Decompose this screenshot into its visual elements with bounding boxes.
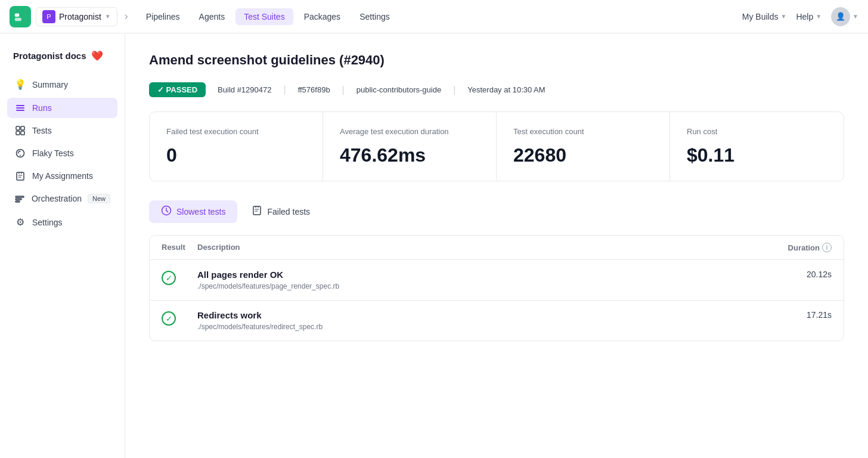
org-dropdown-icon: ▼ (105, 13, 111, 20)
sidebar: Protagonist docs ❤️ 💡 Summary Runs (0, 33, 125, 458)
pass-icon-1: ✓ (162, 311, 176, 326)
header-description: Description (197, 243, 760, 252)
stat-value-1: 476.62ms (340, 144, 479, 166)
svg-rect-1 (15, 17, 21, 21)
svg-rect-12 (16, 196, 24, 197)
project-name: Protagonist docs (13, 51, 86, 61)
divider-3: | (453, 85, 455, 95)
divider-1: | (283, 85, 286, 95)
org-icon: P (42, 10, 55, 23)
my-builds-caret: ▼ (780, 13, 786, 20)
nav-pipelines[interactable]: Pipelines (138, 8, 188, 25)
stat-value-3: $0.11 (687, 144, 827, 166)
tab-failed-tests[interactable]: Failed tests (240, 200, 322, 223)
sidebar-item-settings[interactable]: ⚙ Settings (7, 211, 117, 233)
svg-point-10 (20, 155, 21, 156)
tab-failed-label: Failed tests (267, 207, 310, 216)
row-path-0: ./spec/models/features/page_render_spec.… (197, 282, 760, 290)
flaky-tests-icon (14, 148, 26, 158)
row-path-1: ./spec/models/features/redirect_spec.rb (197, 323, 760, 331)
main-content: Amend screenshot guidelines (#2940) ✓ PA… (125, 33, 868, 458)
svg-rect-11 (17, 172, 24, 180)
page-title: Amend screenshot guidelines (#2940) (149, 52, 844, 68)
summary-icon: 💡 (14, 79, 26, 90)
stat-label-0: Failed test execution count (166, 126, 306, 137)
sidebar-label-summary: Summary (32, 80, 68, 89)
row-duration-0: 20.12s (760, 270, 832, 279)
stat-value-0: 0 (166, 144, 306, 166)
stat-value-2: 22680 (513, 144, 653, 166)
build-bar: ✓ PASSED Build #1290472 | ff576f89b | pu… (149, 82, 844, 97)
sidebar-item-flaky-tests[interactable]: Flaky Tests (7, 143, 117, 163)
row-desc-0: All pages render OK ./spec/models/featur… (197, 270, 760, 290)
sidebar-item-orchestration[interactable]: Orchestration New (7, 188, 117, 209)
svg-rect-0 (15, 13, 19, 17)
stats-grid: Failed test execution count 0 Average te… (149, 112, 844, 181)
user-avatar: 👤 (831, 7, 850, 26)
header-duration: Duration i (760, 243, 832, 252)
svg-rect-2 (16, 105, 24, 106)
orchestration-icon (14, 194, 26, 203)
sidebar-item-runs[interactable]: Runs (7, 98, 117, 118)
row-title-1: Redirects work (197, 310, 760, 320)
sidebar-label-tests: Tests (32, 126, 52, 135)
row-desc-1: Redirects work ./spec/models/features/re… (197, 310, 760, 331)
stat-failed-count: Failed test execution count 0 (150, 112, 323, 181)
row-result-1: ✓ (162, 310, 197, 326)
breadcrumb-separator: › (122, 10, 131, 23)
pass-icon-0: ✓ (162, 271, 176, 285)
sidebar-label-flaky-tests: Flaky Tests (32, 148, 74, 158)
results-table: Result Description Duration i ✓ All page… (149, 235, 844, 341)
help-menu[interactable]: Help ▼ (796, 12, 822, 21)
user-menu[interactable]: 👤 ▼ (831, 7, 858, 26)
nav-settings[interactable]: Settings (351, 8, 398, 25)
svg-rect-5 (16, 126, 20, 130)
my-assignments-icon (14, 171, 26, 181)
svg-rect-13 (16, 199, 21, 200)
org-selector[interactable]: P Protagonist ▼ (36, 7, 117, 26)
build-commit[interactable]: ff576f89b (293, 83, 335, 97)
svg-rect-7 (16, 131, 20, 135)
sidebar-label-my-assignments: My Assignments (32, 171, 93, 181)
nav-agents[interactable]: Agents (191, 8, 234, 25)
build-number[interactable]: Build #1290472 (213, 83, 276, 97)
orchestration-new-badge: New (88, 194, 110, 203)
tests-icon (14, 126, 26, 135)
nav-packages[interactable]: Packages (296, 8, 349, 25)
build-branch[interactable]: public-contributors-guide (352, 83, 446, 97)
tab-slowest-label: Slowest tests (176, 207, 225, 216)
status-badge: ✓ PASSED (149, 82, 206, 97)
nav-test-suites[interactable]: Test Suites (235, 8, 293, 25)
table-row[interactable]: ✓ All pages render OK ./spec/models/feat… (150, 260, 844, 301)
row-duration-1: 17.21s (760, 310, 832, 320)
user-caret: ▼ (852, 13, 858, 20)
sidebar-item-my-assignments[interactable]: My Assignments (7, 166, 117, 186)
table-row[interactable]: ✓ Redirects work ./spec/models/features/… (150, 301, 844, 341)
svg-rect-6 (21, 126, 24, 130)
help-caret: ▼ (816, 13, 822, 20)
header-result: Result (162, 243, 197, 252)
sidebar-item-summary[interactable]: 💡 Summary (7, 73, 117, 95)
svg-rect-3 (16, 107, 24, 109)
sidebar-label-settings: Settings (32, 218, 63, 227)
my-builds-menu[interactable]: My Builds ▼ (742, 12, 787, 21)
svg-point-9 (17, 150, 24, 157)
svg-rect-16 (253, 206, 261, 215)
tab-slowest-tests[interactable]: Slowest tests (149, 200, 237, 223)
divider-2: | (342, 85, 345, 95)
sidebar-label-orchestration: Orchestration (32, 194, 82, 203)
stat-label-3: Run cost (687, 126, 827, 137)
row-result-0: ✓ (162, 270, 197, 285)
topnav-right: My Builds ▼ Help ▼ 👤 ▼ (742, 7, 858, 26)
project-header: Protagonist docs ❤️ (7, 45, 117, 71)
failed-tests-icon (252, 205, 262, 218)
stat-label-1: Average test execution duration (340, 126, 479, 137)
page-layout: Protagonist docs ❤️ 💡 Summary Runs (0, 33, 868, 458)
build-timestamp: Yesterday at 10:30 AM (463, 83, 550, 97)
settings-icon: ⚙ (14, 216, 26, 228)
svg-rect-8 (21, 131, 24, 135)
main-nav-links: Pipelines Agents Test Suites Packages Se… (138, 8, 398, 25)
duration-info-icon[interactable]: i (822, 243, 832, 252)
stat-avg-duration: Average test execution duration 476.62ms (323, 112, 497, 181)
sidebar-item-tests[interactable]: Tests (7, 120, 117, 141)
